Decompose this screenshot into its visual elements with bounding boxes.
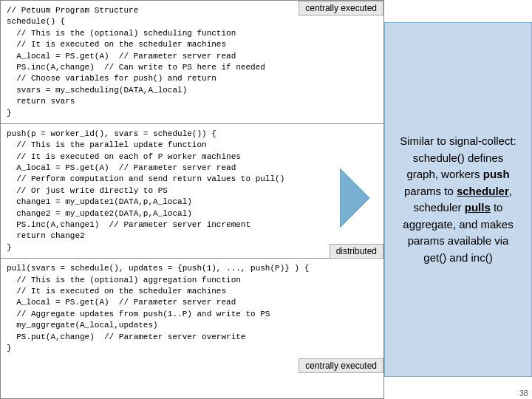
schedule-section: centrally executed // Petuum Program Str…	[1, 1, 383, 124]
schedule-code: // Petuum Program Structure schedule() {…	[7, 5, 378, 119]
distributed-badge: distributed	[330, 244, 383, 259]
pull-section: centrally executed pull(svars = schedule…	[1, 259, 383, 373]
push-section: distributed push(p = worker_id(), svars …	[1, 124, 383, 259]
info-text-block: Similar to signal-collect: schedule() de…	[396, 133, 520, 266]
page-number: 38	[519, 389, 528, 398]
scheduler-bold: scheduler	[457, 185, 509, 197]
centrally-executed-badge-bottom: centrally executed	[299, 358, 383, 373]
centrally-executed-badge-top: centrally executed	[299, 1, 383, 16]
pull-code: pull(svars = schedule(), updates = {push…	[7, 263, 378, 354]
svg-marker-0	[340, 168, 369, 228]
code-panel: centrally executed // Petuum Program Str…	[0, 0, 384, 399]
push-bold: push	[483, 168, 510, 180]
info-panel: Similar to signal-collect: schedule() de…	[384, 22, 532, 377]
push-code: push(p = worker_id(), svars = schedule()…	[7, 129, 378, 253]
arrow-container	[340, 168, 384, 231]
arrow-right-icon	[340, 168, 384, 228]
pulls-bold: pulls	[465, 201, 491, 214]
main-container: centrally executed // Petuum Program Str…	[0, 0, 532, 399]
